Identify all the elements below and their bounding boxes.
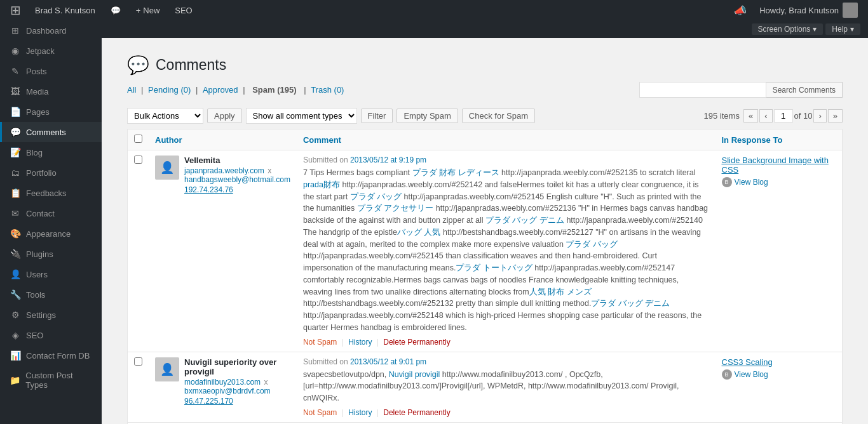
screen-options-button[interactable]: Screen Options ▾ <box>752 23 824 35</box>
comment-link[interactable]: prada財布 <box>303 180 340 189</box>
page-title: Comments <box>156 56 226 74</box>
sidebar-item-portfolio[interactable]: 🗂 Portfolio <box>0 162 102 183</box>
view-blog-link[interactable]: B View Blog <box>722 177 836 187</box>
submitted-on: Submitted on 2013/05/12 at 9:19 pm <box>303 156 709 164</box>
sidebar-item-posts[interactable]: ✎ Posts <box>0 61 102 81</box>
author-email[interactable]: bxmxaeopiv@bdrdvf.com <box>184 387 271 395</box>
pagination: « ‹ of 10 › » <box>743 109 843 123</box>
filter-button[interactable]: Filter <box>361 109 393 123</box>
check-spam-button[interactable]: Check for Spam <box>462 109 535 123</box>
feedbacks-icon: 📋 <box>10 188 21 198</box>
not-spam-link[interactable]: Not Spam <box>303 338 337 347</box>
comment-link[interactable]: プラダ バッグ <box>350 192 402 201</box>
delete-permanently-link[interactable]: Delete Permanently <box>383 408 450 417</box>
blog-icon: 📝 <box>10 147 21 157</box>
search-comments-button[interactable]: Search Comments <box>766 82 843 98</box>
sidebar-item-plugins[interactable]: 🔌 Plugins <box>0 244 102 264</box>
seo-icon: ◈ <box>10 330 21 340</box>
comment-link[interactable]: Nuvigil provigil <box>389 370 440 379</box>
prev-page-button[interactable]: ‹ <box>759 109 772 123</box>
author-url[interactable]: modafinilbuy2013.com <box>184 378 261 387</box>
howdy-text: Howdy, Brad Knutson <box>754 3 863 18</box>
submitted-date-link[interactable]: 2013/05/12 at 9:19 pm <box>350 156 426 164</box>
sidebar-item-blog[interactable]: 📝 Blog <box>0 142 102 162</box>
sidebar-item-contact-form-db[interactable]: 📊 Contact Form DB <box>0 345 102 366</box>
comment-link[interactable]: プラダ 財布 レディース <box>412 168 499 177</box>
row-checkbox[interactable] <box>134 156 142 164</box>
contact-form-db-icon: 📊 <box>10 350 21 361</box>
chevron-down-icon-help: ▾ <box>850 25 854 34</box>
items-count: 195 items « ‹ of 10 › » <box>704 109 843 123</box>
submitted-date-link[interactable]: 2013/05/12 at 9:01 pm <box>350 357 426 366</box>
history-link[interactable]: History <box>348 408 372 417</box>
next-page-button[interactable]: › <box>813 109 826 123</box>
sidebar-item-custom-post-types[interactable]: 📁 Custom Post Types <box>0 366 102 395</box>
empty-spam-button[interactable]: Empty Spam <box>397 109 458 123</box>
notifications-icon[interactable]: 📣 <box>729 4 752 17</box>
subnav-trash[interactable]: Trash (0) <box>311 85 344 95</box>
author-email[interactable]: handbagsweebly@hotmail.com <box>184 175 290 184</box>
bulk-actions-select[interactable]: Bulk Actions <box>127 108 203 124</box>
comment-types-select[interactable]: Show all comment types <box>246 108 357 124</box>
comment-column-header[interactable]: Comment <box>297 129 715 150</box>
sidebar-item-appearance[interactable]: 🎨 Appearance <box>0 223 102 244</box>
subnav-all[interactable]: All <box>127 85 136 95</box>
subnav-pending[interactable]: Pending (0) <box>148 85 191 95</box>
current-page-input[interactable] <box>774 109 793 123</box>
author-url[interactable]: japanprada.weebly.com <box>184 166 264 175</box>
author-x-separator: x <box>268 166 271 175</box>
sidebar-item-label: Tools <box>26 290 45 300</box>
row-checkbox[interactable] <box>134 357 142 366</box>
comment-link[interactable]: プラダ バッグ デニム <box>591 299 670 308</box>
new-button[interactable]: + + New New <box>130 0 166 20</box>
sidebar-item-pages[interactable]: 📄 Pages <box>0 102 102 122</box>
sidebar-item-contact[interactable]: ✉ Contact <box>0 203 102 223</box>
comment-link[interactable]: バッグ 人気 <box>397 228 440 237</box>
sidebar-item-seo[interactable]: ◈ SEO <box>0 325 102 345</box>
history-link[interactable]: History <box>348 338 372 347</box>
sidebar-item-feedbacks[interactable]: 📋 Feedbacks <box>0 183 102 203</box>
apply-button[interactable]: Apply <box>207 109 242 123</box>
first-page-button[interactable]: « <box>743 109 758 123</box>
author-info: Vellemita japanprada.weebly.com x handba… <box>184 156 290 194</box>
author-column-header[interactable]: Author <box>149 129 297 150</box>
user-avatar <box>843 3 858 18</box>
comment-link[interactable]: 人気 財布 メンズ <box>529 288 592 296</box>
view-blog-icon: B <box>722 177 732 187</box>
subnav-approved[interactable]: Approved <box>203 85 238 95</box>
select-all-checkbox[interactable] <box>134 135 142 143</box>
site-name[interactable]: Brad S. Knutson <box>29 0 102 20</box>
seo-menu-item[interactable]: SEO <box>168 0 198 20</box>
sidebar-item-users[interactable]: 👤 Users <box>0 264 102 284</box>
comments-icon-adminbar[interactable]: 💬 <box>104 0 127 20</box>
author-cell: 👤 Vellemita japanprada.weebly.com x hand… <box>149 150 297 352</box>
search-input[interactable] <box>639 82 766 98</box>
page-of-label: of 10 <box>794 111 813 121</box>
comment-link[interactable]: プラダ トートバッグ <box>456 263 532 272</box>
sidebar-item-settings[interactable]: ⚙ Settings <box>0 305 102 325</box>
sidebar-item-jetpack[interactable]: ◉ Jetpack <box>0 41 102 61</box>
comment-actions: Not Spam | History | Delete Permanently <box>303 338 709 347</box>
author-ip[interactable]: 192.74.234.76 <box>184 185 290 194</box>
view-blog-link[interactable]: B View Blog <box>722 369 836 380</box>
wp-logo[interactable]: ⊞ <box>5 3 26 18</box>
response-title-link[interactable]: CSS3 Scaling <box>722 357 836 367</box>
comment-link[interactable]: プラダ アクセサリー <box>357 204 433 213</box>
comments-icon: 💬 <box>10 127 21 137</box>
response-title-link[interactable]: Slide Background Image with CSS <box>722 156 836 175</box>
tools-icon: 🔧 <box>10 289 21 300</box>
sidebar-item-tools[interactable]: 🔧 Tools <box>0 284 102 305</box>
sidebar-item-label: Contact Form DB <box>26 351 90 361</box>
appearance-icon: 🎨 <box>10 229 21 239</box>
response-column-header[interactable]: In Response To <box>715 129 843 150</box>
not-spam-link[interactable]: Not Spam <box>303 408 337 417</box>
author-ip[interactable]: 96.47.225.170 <box>184 397 290 406</box>
sidebar-item-media[interactable]: 🖼 Media <box>0 81 102 102</box>
sidebar-item-dashboard[interactable]: ⊞ Dashboard <box>0 20 102 41</box>
comment-link[interactable]: プラダ バッグ <box>566 240 617 249</box>
delete-permanently-link[interactable]: Delete Permanently <box>383 338 450 347</box>
sidebar-item-comments[interactable]: 💬 Comments <box>0 122 102 142</box>
comment-link[interactable]: プラダ バッグ デニム <box>485 216 564 225</box>
last-page-button[interactable]: » <box>828 109 843 123</box>
help-button[interactable]: Help ▾ <box>825 23 860 35</box>
